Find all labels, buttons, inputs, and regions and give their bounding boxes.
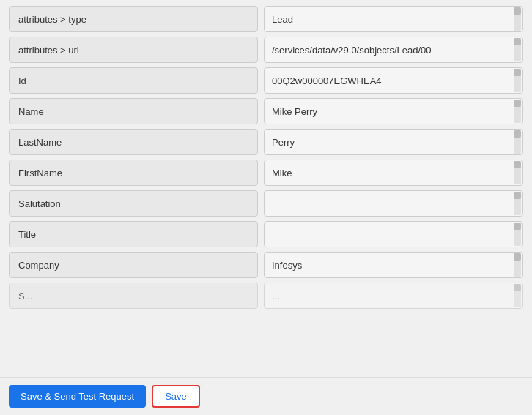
scrollbar[interactable] xyxy=(513,38,522,61)
field-value-lastname[interactable]: Perry xyxy=(264,129,523,155)
scrollbar[interactable] xyxy=(513,223,522,246)
field-label-salutation: Salutation xyxy=(9,190,258,217)
field-value-id[interactable]: 00Q2w000007EGWHEA4 xyxy=(264,67,523,94)
save-button[interactable]: Save xyxy=(152,385,200,408)
table-row: LastNamePerry xyxy=(9,129,523,155)
field-label-attributes-type: attributes > type xyxy=(9,6,258,32)
table-row: Title xyxy=(9,221,523,247)
table-row: FirstNameMike xyxy=(9,160,523,186)
field-value-salutation[interactable] xyxy=(264,190,523,217)
field-label-id: Id xyxy=(9,67,258,94)
field-label-partial: S... xyxy=(9,283,258,309)
scrollbar[interactable] xyxy=(513,100,522,123)
table-row: Id00Q2w000007EGWHEA4 xyxy=(9,67,523,94)
scrollbar[interactable] xyxy=(513,69,522,92)
field-label-name: Name xyxy=(9,98,258,124)
table-row: attributes > url/services/data/v29.0/sob… xyxy=(9,37,523,63)
field-label-title: Title xyxy=(9,221,258,247)
field-value-attributes-type[interactable]: Lead xyxy=(264,6,523,32)
field-value-name[interactable]: Mike Perry xyxy=(264,98,523,124)
table-row: NameMike Perry xyxy=(9,98,523,124)
field-label-attributes-url: attributes > url xyxy=(9,37,258,63)
scrollbar[interactable] xyxy=(513,7,522,31)
fields-container: attributes > typeLeadattributes > url/se… xyxy=(0,0,532,377)
scrollbar[interactable] xyxy=(513,253,522,277)
field-value-company[interactable]: Infosys xyxy=(264,252,523,278)
field-label-lastname: LastName xyxy=(9,129,258,155)
save-send-button[interactable]: Save & Send Test Request xyxy=(9,385,146,408)
table-row: Salutation xyxy=(9,190,523,217)
field-value-partial[interactable]: ... xyxy=(264,283,523,309)
table-row: attributes > typeLead xyxy=(9,6,523,32)
scrollbar[interactable] xyxy=(513,130,522,154)
table-row: CompanyInfosys xyxy=(9,252,523,278)
field-label-firstname: FirstName xyxy=(9,160,258,186)
field-value-attributes-url[interactable]: /services/data/v29.0/sobjects/Lead/00 xyxy=(264,37,523,63)
field-value-firstname[interactable]: Mike xyxy=(264,160,523,186)
scrollbar[interactable] xyxy=(513,161,522,184)
field-label-company: Company xyxy=(9,252,258,278)
scrollbar[interactable] xyxy=(513,192,522,215)
scrollbar[interactable] xyxy=(513,284,522,307)
footer-bar: Save & Send Test Request Save xyxy=(0,377,532,415)
field-value-title[interactable] xyxy=(264,221,523,247)
table-row: S...... xyxy=(9,283,523,309)
